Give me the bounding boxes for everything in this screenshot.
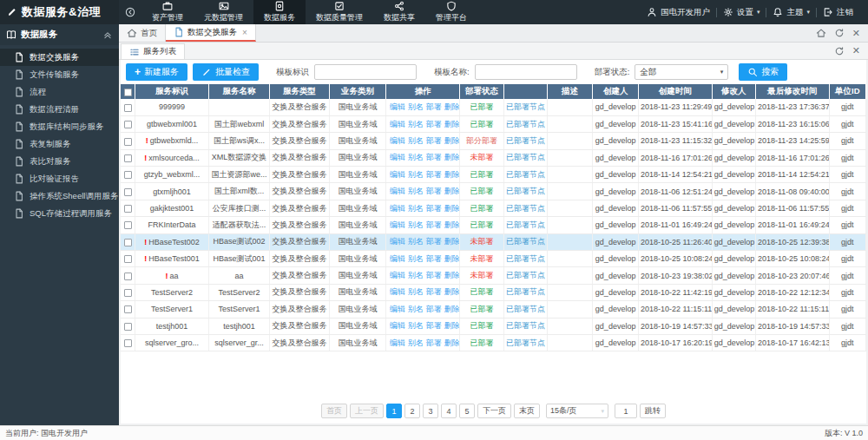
pagination-next-button[interactable]: 下一页 [477, 404, 511, 418]
deployed-nodes-link[interactable]: 已部署节点 [506, 271, 545, 279]
sidebar-item-数据库结构同步服务[interactable]: 数据库结构同步服务 [0, 118, 119, 135]
deployed-nodes-link[interactable]: 已部署节点 [506, 120, 545, 128]
topnav-item-数据共享[interactable]: 数据共享 [373, 0, 425, 24]
deployed-nodes-link[interactable]: 已部署节点 [506, 204, 545, 213]
pagination-page-5[interactable]: 5 [459, 404, 475, 418]
op-link-部署[interactable]: 部署 [426, 237, 442, 246]
row-checkbox[interactable] [124, 339, 132, 347]
sidebar-item-SQL存储过程调用服务[interactable]: SQL存储过程调用服务 [0, 205, 119, 222]
deployed-nodes-link[interactable]: 已部署节点 [506, 287, 545, 296]
pagination-page-4[interactable]: 4 [441, 404, 457, 418]
refresh-icon[interactable] [834, 28, 845, 38]
op-link-部署[interactable]: 部署 [426, 271, 442, 279]
op-link-部署[interactable]: 部署 [426, 220, 442, 229]
row-checkbox[interactable] [124, 104, 132, 112]
op-link-别名[interactable]: 别名 [408, 170, 424, 179]
op-link-别名[interactable]: 别名 [408, 254, 424, 263]
op-link-删除[interactable]: 删除 [444, 170, 460, 179]
op-link-编辑[interactable]: 编辑 [390, 204, 405, 213]
topnav-item-管理平台[interactable]: 管理平台 [425, 0, 477, 24]
pagination-page-1[interactable]: 1 [386, 404, 402, 418]
op-link-别名[interactable]: 别名 [408, 287, 424, 296]
sidebar-item-流程[interactable]: 流程 [0, 83, 119, 101]
op-link-部署[interactable]: 部署 [426, 338, 442, 347]
op-link-删除[interactable]: 删除 [444, 254, 460, 263]
pagination-last-button[interactable]: 末页 [514, 404, 540, 418]
pagination-page-2[interactable]: 2 [404, 404, 420, 418]
op-link-别名[interactable]: 别名 [408, 120, 424, 128]
tab-数据交换服务[interactable]: 数据交换服务× [166, 24, 256, 42]
op-link-别名[interactable]: 别名 [408, 220, 424, 229]
sidebar-item-表比对服务[interactable]: 表比对服务 [0, 153, 119, 170]
op-link-部署[interactable]: 部署 [426, 187, 442, 195]
template-name-input[interactable] [475, 64, 577, 80]
new-service-button[interactable]: + 新建服务 [126, 63, 187, 81]
op-link-部署[interactable]: 部署 [426, 204, 442, 213]
page-jump-button[interactable]: 跳转 [640, 404, 666, 418]
row-checkbox[interactable] [124, 138, 132, 146]
op-link-编辑[interactable]: 编辑 [390, 287, 405, 296]
op-link-删除[interactable]: 删除 [444, 187, 460, 195]
deployed-nodes-link[interactable]: 已部署节点 [506, 170, 545, 179]
sidebar-item-比对验证报告[interactable]: 比对验证报告 [0, 170, 119, 187]
op-link-别名[interactable]: 别名 [408, 305, 424, 313]
select-all-checkbox[interactable] [124, 89, 132, 96]
topnav-item-数据服务[interactable]: 数据服务 [253, 0, 306, 24]
op-link-编辑[interactable]: 编辑 [390, 102, 405, 111]
op-link-编辑[interactable]: 编辑 [390, 120, 405, 128]
op-link-部署[interactable]: 部署 [426, 102, 442, 111]
row-checkbox[interactable] [124, 323, 132, 331]
row-checkbox[interactable] [124, 171, 132, 179]
op-link-删除[interactable]: 删除 [444, 204, 460, 213]
sidebar-item-数据流程清册[interactable]: 数据流程清册 [0, 101, 119, 118]
op-link-别名[interactable]: 别名 [408, 204, 424, 213]
sidebar-item-文件传输服务[interactable]: 文件传输服务 [0, 66, 119, 83]
op-link-编辑[interactable]: 编辑 [390, 321, 405, 330]
row-checkbox[interactable] [124, 154, 132, 162]
row-checkbox[interactable] [124, 305, 132, 313]
op-link-别名[interactable]: 别名 [408, 187, 424, 195]
sidebar-item-操作系统Sheell调用服务[interactable]: 操作系统Sheell调用服务 [0, 187, 119, 205]
deployed-nodes-link[interactable]: 已部署节点 [506, 254, 545, 263]
pagination-page-3[interactable]: 3 [423, 404, 438, 418]
op-link-编辑[interactable]: 编辑 [390, 305, 405, 313]
op-link-别名[interactable]: 别名 [408, 136, 424, 145]
op-link-删除[interactable]: 删除 [444, 153, 460, 161]
page-size-select[interactable]: 15条/页▾ [546, 404, 608, 418]
deployed-nodes-link[interactable]: 已部署节点 [506, 338, 545, 347]
op-link-别名[interactable]: 别名 [408, 271, 424, 279]
topnav-item-资产管理[interactable]: 资产管理 [141, 0, 194, 24]
row-checkbox[interactable] [124, 289, 132, 297]
logout-button[interactable]: 注销 [817, 7, 859, 18]
search-button[interactable]: 搜索 [739, 63, 787, 81]
sidebar-item-表复制服务[interactable]: 表复制服务 [0, 135, 119, 153]
deployed-nodes-link[interactable]: 已部署节点 [506, 305, 545, 313]
op-link-部署[interactable]: 部署 [426, 170, 442, 179]
op-link-删除[interactable]: 删除 [444, 321, 460, 330]
op-link-别名[interactable]: 别名 [408, 237, 424, 246]
op-link-别名[interactable]: 别名 [408, 102, 424, 111]
op-link-删除[interactable]: 删除 [444, 136, 460, 145]
op-link-部署[interactable]: 部署 [426, 305, 442, 313]
op-link-别名[interactable]: 别名 [408, 321, 424, 330]
op-link-别名[interactable]: 别名 [408, 338, 424, 347]
op-link-删除[interactable]: 删除 [444, 305, 460, 313]
row-checkbox[interactable] [124, 221, 132, 229]
deployed-nodes-link[interactable]: 已部署节点 [506, 136, 545, 145]
tab-首页[interactable]: 首页 [119, 24, 166, 42]
op-link-删除[interactable]: 删除 [444, 120, 460, 128]
sidebar-collapse-button[interactable] [119, 0, 141, 24]
op-link-删除[interactable]: 删除 [444, 237, 460, 246]
settings-menu[interactable]: 设置 ▾ [717, 7, 766, 18]
row-checkbox[interactable] [124, 205, 132, 213]
row-checkbox[interactable] [124, 239, 132, 246]
op-link-编辑[interactable]: 编辑 [390, 136, 405, 145]
op-link-编辑[interactable]: 编辑 [390, 187, 405, 195]
batch-check-button[interactable]: 批量检查 [193, 63, 259, 81]
topnav-item-元数据管理[interactable]: 元数据管理 [194, 0, 253, 24]
op-link-编辑[interactable]: 编辑 [390, 170, 405, 179]
deployed-nodes-link[interactable]: 已部署节点 [506, 237, 545, 246]
op-link-编辑[interactable]: 编辑 [390, 271, 405, 279]
home-icon[interactable] [816, 28, 826, 38]
op-link-别名[interactable]: 别名 [408, 153, 424, 161]
